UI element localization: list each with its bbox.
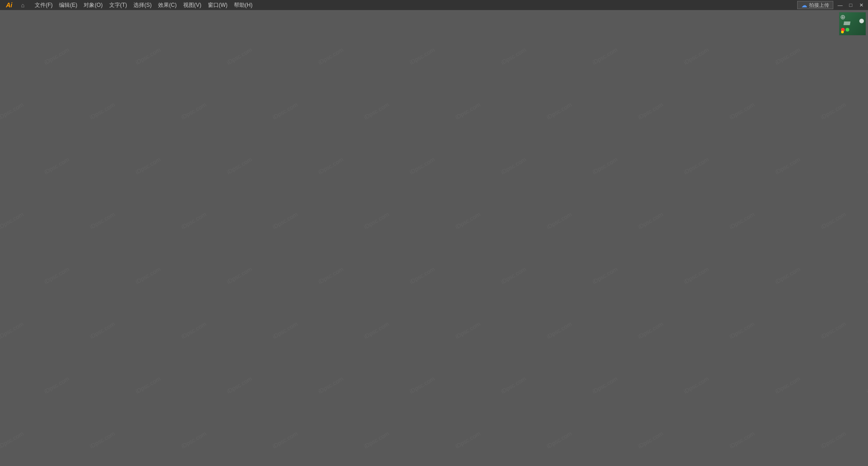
menu-item-file[interactable]: 文件(F)	[32, 0, 55, 10]
watermark-overlay	[0, 10, 868, 466]
thumb-element-shape	[843, 21, 850, 25]
menu-item-window[interactable]: 窗口(W)	[205, 0, 230, 10]
menu-bar: 文件(F)编辑(E)对象(O)文字(T)选择(S)效果(C)视图(V)窗口(W)…	[32, 0, 255, 10]
home-button[interactable]: ⌂	[18, 0, 27, 10]
menu-item-view[interactable]: 视图(V)	[180, 0, 204, 10]
title-bar-right: ☁ 拍接上传 — □ ✕	[797, 0, 866, 10]
maximize-button[interactable]: □	[846, 0, 856, 10]
cloud-icon: ☁	[801, 2, 807, 9]
menu-item-edit[interactable]: 编辑(E)	[56, 0, 80, 10]
thumb-element-white	[859, 19, 864, 23]
thumb-element-green	[846, 28, 849, 32]
title-bar-left: Ai ⌂ 文件(F)编辑(E)对象(O)文字(T)选择(S)效果(C)视图(V)…	[2, 0, 255, 10]
thumbnail-preview[interactable]: ⊕	[839, 12, 866, 36]
window-controls: — □ ✕	[835, 0, 866, 10]
menu-item-help[interactable]: 帮助(H)	[231, 0, 255, 10]
title-bar: Ai ⌂ 文件(F)编辑(E)对象(O)文字(T)选择(S)效果(C)视图(V)…	[0, 0, 868, 10]
menu-item-text[interactable]: 文字(T)	[106, 0, 130, 10]
cloud-upload-button[interactable]: ☁ 拍接上传	[797, 1, 833, 9]
menu-item-effect[interactable]: 效果(C)	[155, 0, 180, 10]
ai-logo: Ai	[2, 0, 16, 10]
thumbnail-inner: ⊕	[839, 12, 866, 35]
thumb-element-yellow	[841, 31, 844, 33]
thumbnail-pointer-icon: ⊕	[840, 13, 846, 21]
cloud-button-label: 拍接上传	[809, 2, 829, 9]
minimize-button[interactable]: —	[835, 0, 845, 10]
close-button[interactable]: ✕	[856, 0, 866, 10]
main-canvas-area: ⊕	[0, 10, 868, 466]
home-icon: ⌂	[21, 2, 25, 9]
menu-item-select[interactable]: 选择(S)	[131, 0, 154, 10]
menu-item-object[interactable]: 对象(O)	[81, 0, 105, 10]
